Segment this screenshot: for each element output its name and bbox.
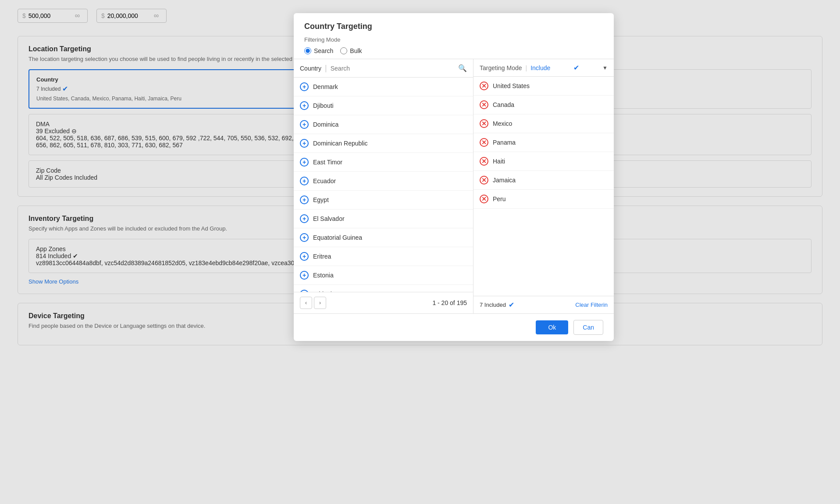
remove-country-icon[interactable]: ✕ [480, 138, 488, 147]
selected-country-item: ✕ United States [473, 77, 614, 96]
included-count: 7 Included [480, 302, 506, 308]
selected-country-item: ✕ Jamaica [473, 171, 614, 190]
radio-search[interactable]: Search [304, 47, 333, 54]
remove-country-icon[interactable]: ✕ [480, 119, 488, 128]
selected-country-item: ✕ Panama [473, 133, 614, 152]
add-country-icon: + [300, 252, 309, 261]
selected-country-item: ✕ Haiti [473, 152, 614, 171]
country-list-item[interactable]: + Dominica [294, 115, 473, 134]
selected-country-item: ✕ Mexico [473, 114, 614, 133]
remove-country-icon[interactable]: ✕ [480, 100, 488, 109]
country-item-name: Egypt [313, 196, 329, 203]
country-list-item[interactable]: + Ecuador [294, 172, 473, 191]
radio-bulk[interactable]: Bulk [340, 47, 362, 54]
filtering-mode-row: Filtering Mode [304, 36, 603, 43]
remove-country-icon[interactable]: ✕ [480, 157, 488, 166]
modal-body: Country | 🔍 + Denmark + Djibouti + Domin… [294, 59, 614, 313]
modal-title: Country Targeting [304, 22, 603, 31]
add-country-icon: + [300, 233, 309, 242]
add-country-icon: + [300, 139, 309, 148]
targeting-mode-label-text: Targeting Mode [480, 64, 522, 71]
remove-country-icon[interactable]: ✕ [480, 176, 488, 185]
remove-country-icon[interactable]: ✕ [480, 195, 488, 203]
radio-group: Search Bulk [304, 47, 603, 54]
country-list-item[interactable]: + Denmark [294, 78, 473, 96]
modal-footer: Ok Can [294, 313, 614, 341]
search-icon: 🔍 [458, 64, 467, 72]
targeting-mode-check-icon: ✔ [573, 64, 579, 72]
add-country-icon: + [300, 195, 309, 204]
search-separator: | [325, 64, 327, 73]
selected-country-name: Panama [493, 139, 516, 146]
country-list-item[interactable]: + Djibouti [294, 96, 473, 115]
country-item-name: Denmark [313, 83, 338, 90]
selected-country-item: ✕ Canada [473, 96, 614, 114]
selected-country-name: United States [493, 82, 530, 89]
clear-filtering-button[interactable]: Clear Filterin [575, 302, 608, 308]
targeting-mode-select[interactable]: Include ✔ ▼ [530, 64, 608, 72]
filtering-mode-label: Filtering Mode [304, 36, 340, 43]
add-country-icon: + [300, 101, 309, 110]
country-targeting-modal: Country Targeting Filtering Mode Search … [294, 13, 614, 341]
prev-page-button[interactable]: ‹ [300, 297, 312, 309]
selected-country-item: ✕ Peru [473, 190, 614, 209]
country-search-input[interactable] [331, 65, 455, 72]
radio-search-label: Search [314, 47, 333, 54]
country-item-name: Ecuador [313, 177, 336, 185]
country-item-name: Eritrea [313, 253, 331, 260]
pagination: ‹ › 1 - 20 of 195 [294, 292, 473, 313]
country-list-item[interactable]: + Estonia [294, 266, 473, 285]
country-list: + Denmark + Djibouti + Dominica + Domini… [294, 78, 473, 292]
radio-bulk-label: Bulk [350, 47, 362, 54]
add-country-icon: + [300, 214, 309, 223]
pagination-info: 1 - 20 of 195 [432, 299, 467, 306]
targeting-mode-value: Include [530, 64, 550, 71]
radio-bulk-input[interactable] [340, 47, 347, 54]
included-check-icon: ✔ [509, 301, 514, 309]
country-item-name: El Salvador [313, 215, 345, 222]
selected-countries-panel: Targeting Mode | Include ✔ ▼ ✕ United St… [473, 59, 614, 313]
next-page-button[interactable]: › [314, 297, 326, 309]
selected-countries-list: ✕ United States ✕ Canada ✕ Mexico ✕ Pana… [473, 77, 614, 296]
country-search-label: Country [300, 65, 321, 72]
modal-header: Country Targeting Filtering Mode Search … [294, 13, 614, 59]
remove-country-icon[interactable]: ✕ [480, 82, 488, 90]
targeting-mode-bar: Targeting Mode | Include ✔ ▼ [473, 59, 614, 77]
included-badge: 7 Included ✔ [480, 301, 514, 309]
country-item-name: Dominican Republic [313, 140, 368, 147]
targeting-mode-separator: | [526, 64, 527, 71]
targeting-mode-dropdown-arrow: ▼ [602, 65, 608, 71]
country-list-item[interactable]: + Ethiopia [294, 285, 473, 292]
country-list-item[interactable]: + East Timor [294, 153, 473, 172]
country-item-name: Equatorial Guinea [313, 234, 362, 241]
add-country-icon: + [300, 120, 309, 129]
add-country-icon: + [300, 158, 309, 167]
country-item-name: East Timor [313, 159, 342, 166]
country-list-item[interactable]: + El Salvador [294, 209, 473, 228]
pagination-buttons: ‹ › [300, 297, 326, 309]
country-item-name: Dominica [313, 121, 338, 128]
selected-country-name: Peru [493, 195, 506, 202]
page-wrapper: $ ∞ $ ∞ Location Targeting The location … [0, 0, 840, 504]
selected-country-name: Haiti [493, 158, 505, 165]
radio-search-input[interactable] [304, 47, 311, 54]
country-item-name: Djibouti [313, 102, 334, 109]
country-list-item[interactable]: + Equatorial Guinea [294, 228, 473, 247]
cancel-button[interactable]: Can [573, 320, 603, 335]
selected-country-name: Mexico [493, 120, 512, 127]
country-list-item[interactable]: + Dominican Republic [294, 134, 473, 153]
right-panel-footer: 7 Included ✔ Clear Filterin [473, 296, 614, 313]
country-search-panel: Country | 🔍 + Denmark + Djibouti + Domin… [294, 59, 473, 313]
add-country-icon: + [300, 271, 309, 280]
country-list-item[interactable]: + Egypt [294, 191, 473, 209]
country-list-item[interactable]: + Eritrea [294, 247, 473, 266]
country-search-bar: Country | 🔍 [294, 59, 473, 78]
selected-country-name: Jamaica [493, 177, 516, 184]
ok-button[interactable]: Ok [536, 320, 568, 334]
add-country-icon: + [300, 82, 309, 91]
add-country-icon: + [300, 177, 309, 185]
selected-country-name: Canada [493, 101, 514, 108]
country-item-name: Estonia [313, 272, 334, 279]
